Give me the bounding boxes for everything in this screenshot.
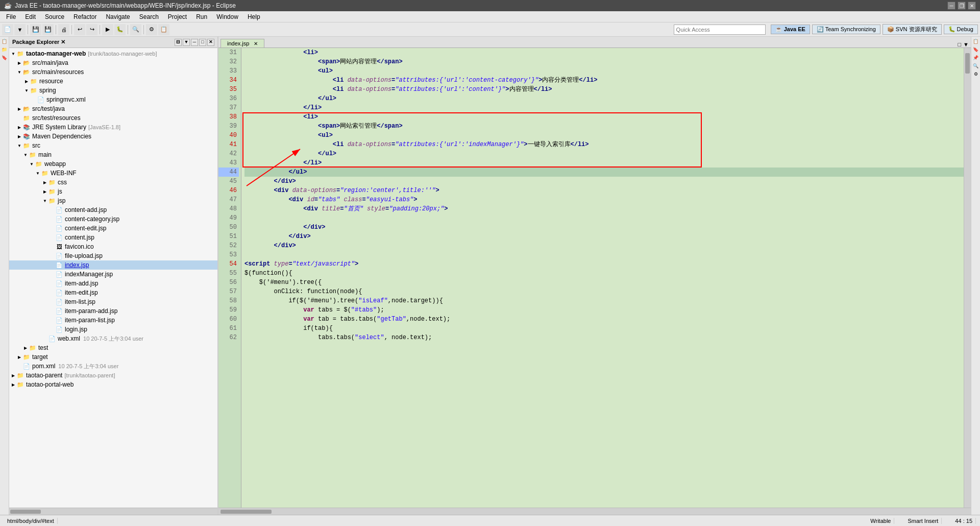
perspective-svn[interactable]: 📦 SVN 资源库研究 <box>883 24 942 35</box>
tree-item-maven-deps[interactable]: ▶ 📚 Maven Dependencies <box>9 132 217 141</box>
menu-project[interactable]: Project <box>164 12 191 21</box>
run-button[interactable]: ▶ <box>102 24 113 35</box>
tree-item-content-jsp[interactable]: 📄 content.jsp <box>9 233 217 242</box>
tree-item-springmvc-xml[interactable]: 📄 springmvc.xml <box>9 95 217 104</box>
editor-maximize-icon[interactable]: □ <box>958 41 961 47</box>
editor-scrollbar-v[interactable] <box>964 48 971 508</box>
menu-source[interactable]: Source <box>41 12 68 21</box>
tree-item-content-category-jsp[interactable]: 📄 content-category.jsp <box>9 214 217 224</box>
left-icon-2[interactable]: 📁 <box>1 47 8 54</box>
right-icon-3[interactable]: 📌 <box>972 55 979 62</box>
tree-hscroll-thumb[interactable] <box>10 510 41 514</box>
tree-item-item-param-add-jsp[interactable]: 📄 item-param-add.jsp <box>9 306 217 316</box>
collapse-all-button[interactable]: ⊟ <box>175 39 182 46</box>
tree-item-spring[interactable]: ▼ 📁 spring <box>9 86 217 95</box>
menu-file[interactable]: File <box>2 12 20 21</box>
right-icon-4[interactable]: 🔍 <box>972 63 979 70</box>
tree-item-src[interactable]: ▼ 📁 src <box>9 141 217 150</box>
tree-item-webapp[interactable]: ▼ 📁 webapp <box>9 159 217 169</box>
new-button[interactable]: 📄 <box>2 24 13 35</box>
right-icon-5[interactable]: ⚙ <box>972 71 979 79</box>
tree-item-content-edit-jsp[interactable]: 📄 content-edit.jsp <box>9 224 217 233</box>
right-icon-1[interactable]: 📋 <box>972 39 979 46</box>
menu-search[interactable]: Search <box>135 12 163 21</box>
editor-tab-index-jsp[interactable]: index.jsp ✕ <box>220 39 264 47</box>
tree-item-file-upload-jsp[interactable]: 📄 file-upload.jsp <box>9 251 217 260</box>
tree-item-src-test-java[interactable]: ▶ 📂 src/test/java <box>9 104 217 113</box>
tree-item-web-xml[interactable]: 📄 web.xml 10 20-7-5 上午3:04 user <box>9 334 217 343</box>
menu-help[interactable]: Help <box>243 12 264 21</box>
perspective-team-sync[interactable]: 🔄 Team Synchronizing <box>812 25 880 34</box>
quick-access-input[interactable] <box>674 25 766 35</box>
menu-run[interactable]: Run <box>192 12 211 21</box>
search-button[interactable]: 🔍 <box>130 24 141 35</box>
folder-icon: 📁 <box>16 50 24 58</box>
close-panel-button[interactable]: ✕ <box>207 39 214 46</box>
menu-navigate[interactable]: Navigate <box>102 12 134 21</box>
minimize-panel-button[interactable]: ─ <box>191 39 198 46</box>
tree-item-taotao-parent[interactable]: ▶ 📁 taotao-parent [trunk/taotao-parent] <box>9 371 217 380</box>
tree-item-jsp[interactable]: ▼ 📁 jsp <box>9 196 217 205</box>
editor-view-menu-icon[interactable]: ▼ <box>963 41 969 47</box>
view-menu-button[interactable]: ▼ <box>183 39 190 46</box>
menu-edit[interactable]: Edit <box>21 12 40 21</box>
tree-item-taotao-manager-web[interactable]: ▼ 📁 taotao-manager-web [trunk/taotao-man… <box>9 49 217 58</box>
tree-item-taotao-portal-web[interactable]: ▶ 📁 taotao-portal-web <box>9 380 217 389</box>
tree-item-src-test-resources[interactable]: 📁 src/test/resources <box>9 113 217 123</box>
toolbar-btn-3[interactable]: 📋 <box>158 24 169 35</box>
tree-item-test[interactable]: ▶ 📁 test <box>9 343 217 352</box>
menu-refactor[interactable]: Refactor <box>69 12 101 21</box>
restore-button[interactable]: ❐ <box>958 2 966 10</box>
save-all-button[interactable]: 💾 <box>42 24 54 35</box>
title-bar-controls[interactable]: ─ ❐ ✕ <box>947 2 976 10</box>
tree-item-src-main-resources[interactable]: ▼ 📂 src/main/resources <box>9 67 217 77</box>
line-num-51: 51 <box>218 232 239 241</box>
undo-button[interactable]: ↩ <box>74 24 85 35</box>
close-button[interactable]: ✕ <box>968 2 976 10</box>
toolbar-sep-5 <box>128 25 128 34</box>
tree-item-login-jsp[interactable]: 📄 login.jsp <box>9 325 217 334</box>
tree-item-index-jsp[interactable]: 📄 index.jsp <box>9 260 217 270</box>
left-icon-3[interactable]: 🔖 <box>1 55 8 62</box>
tree-item-src-main-java[interactable]: ▶ 📂 src/main/java <box>9 58 217 67</box>
print-button[interactable]: 🖨 <box>58 24 69 35</box>
perspective-debug[interactable]: 🐛 Debug <box>944 25 978 34</box>
tree-label-suffix: [JavaSE-1.8] <box>88 124 120 130</box>
redo-button[interactable]: ↪ <box>86 24 97 35</box>
code-content-area[interactable]: <li> <span>网站内容管理</span> <ul> <li data-o… <box>241 48 964 508</box>
toolbar-btn-2[interactable]: ⚙ <box>146 24 157 35</box>
tree-scrollbar-h[interactable] <box>9 508 217 515</box>
code-line-57: onClick: function(node){ <box>244 287 964 296</box>
editor-vscroll-thumb[interactable] <box>965 53 970 74</box>
tree-item-item-edit-jsp[interactable]: 📄 item-edit.jsp <box>9 288 217 297</box>
tree-item-webinf[interactable]: ▼ 📁 WEB-INF <box>9 169 217 178</box>
tree-item-jre[interactable]: ▶ 📚 JRE System Library [JavaSE-1.8] <box>9 123 217 132</box>
debug-button[interactable]: 🐛 <box>114 24 126 35</box>
tree-item-target[interactable]: ▶ 📁 target <box>9 352 217 362</box>
minimize-button[interactable]: ─ <box>947 2 955 10</box>
perspective-java-ee[interactable]: ☕ Java EE <box>771 25 810 34</box>
editor-hscroll-thumb[interactable] <box>220 510 272 514</box>
toolbar: 📄 ▼ 💾 💾 🖨 ↩ ↪ ▶ 🐛 🔍 ⚙ 📋 ☕ Java EE 🔄 Team… <box>0 22 980 37</box>
toolbar-btn-1[interactable]: ▼ <box>14 24 26 35</box>
tree-item-js[interactable]: ▶ 📁 js <box>9 187 217 196</box>
left-icon-1[interactable]: 📋 <box>1 39 8 46</box>
editor-tabs: index.jsp ✕ □ ▼ <box>218 37 971 48</box>
tree-item-indexmanager-jsp[interactable]: 📄 indexManager.jsp <box>9 270 217 279</box>
tree-item-item-list-jsp[interactable]: 📄 item-list.jsp <box>9 297 217 306</box>
tree-item-content-add-jsp[interactable]: 📄 content-add.jsp <box>9 205 217 214</box>
save-button[interactable]: 💾 <box>30 24 41 35</box>
editor-scrollbar-h[interactable] <box>218 508 971 515</box>
menu-window[interactable]: Window <box>212 12 242 21</box>
right-icon-2[interactable]: 🔖 <box>972 47 979 54</box>
tree-item-pom-xml[interactable]: 📄 pom.xml 10 20-7-5 上午3:04 user <box>9 362 217 371</box>
file-icon: 📄 <box>55 233 63 242</box>
tree-item-main[interactable]: ▼ 📁 main <box>9 150 217 159</box>
editor-tab-close-icon[interactable]: ✕ <box>254 41 258 46</box>
tree-item-favicon-ico[interactable]: 🖼 favicon.ico <box>9 242 217 251</box>
tree-item-css[interactable]: ▶ 📁 css <box>9 178 217 187</box>
tree-item-item-add-jsp[interactable]: 📄 item-add.jsp <box>9 279 217 288</box>
tree-item-resource[interactable]: ▶ 📁 resource <box>9 77 217 86</box>
tree-item-item-param-list-jsp[interactable]: 📄 item-param-list.jsp <box>9 316 217 325</box>
maximize-panel-button[interactable]: □ <box>199 39 206 46</box>
